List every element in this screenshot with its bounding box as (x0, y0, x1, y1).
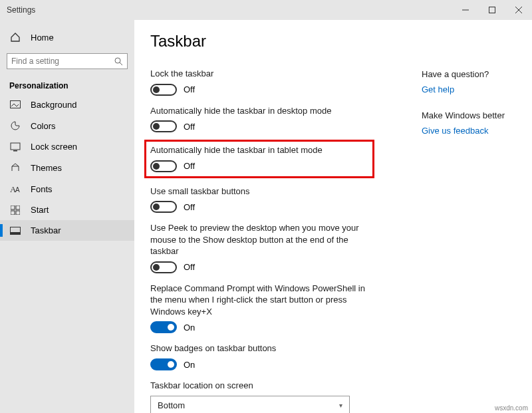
sidebar-item-label: Start (31, 205, 49, 215)
feedback-heading: Make Windows better (422, 110, 515, 120)
window-buttons (452, 0, 532, 20)
dropdown-taskbar-location[interactable]: Bottom ▾ (150, 396, 350, 413)
toggle-small-buttons[interactable] (150, 201, 177, 213)
sidebar-item-label: Fonts (31, 184, 53, 194)
svg-rect-12 (16, 206, 20, 209)
watermark: wsxdn.com (495, 404, 528, 412)
toggle-state: On (184, 360, 195, 370)
main-panel: Taskbar Lock the taskbar Off Automatical… (134, 20, 532, 413)
start-icon (9, 206, 21, 215)
search-box[interactable] (7, 53, 128, 69)
svg-rect-8 (13, 150, 17, 152)
setting-label: Automatically hide the taskbar in deskto… (150, 105, 376, 117)
setting-small-buttons: Use small taskbar buttons Off (150, 186, 376, 213)
maximize-icon (489, 7, 495, 13)
toggle-autohide-tablet[interactable] (150, 160, 177, 172)
toggle-state: Off (184, 161, 195, 171)
svg-rect-1 (489, 7, 495, 13)
sidebar-item-taskbar[interactable]: Taskbar (0, 220, 134, 241)
svg-rect-16 (11, 232, 21, 235)
sidebar-item-lockscreen[interactable]: Lock screen (0, 136, 134, 157)
svg-text:A: A (15, 186, 20, 194)
toggle-badges[interactable] (150, 358, 177, 370)
svg-line-5 (120, 63, 122, 65)
setting-label: Lock the taskbar (150, 68, 376, 80)
setting-label: Taskbar location on screen (150, 380, 376, 392)
get-help-link[interactable]: Get help (422, 84, 515, 94)
setting-label: Automatically hide the taskbar in tablet… (150, 144, 368, 156)
close-icon (515, 7, 522, 13)
setting-lock-taskbar: Lock the taskbar Off (150, 68, 376, 96)
toggle-state: Off (184, 262, 195, 272)
svg-rect-11 (11, 206, 15, 209)
setting-label: Show badges on taskbar buttons (150, 343, 376, 354)
fonts-icon: AA (9, 184, 21, 194)
sidebar-item-background[interactable]: Background (0, 94, 134, 115)
sidebar-item-start[interactable]: Start (0, 200, 134, 220)
toggle-peek[interactable] (150, 261, 177, 273)
question-heading: Have a question? (422, 69, 515, 79)
toggle-autohide-desktop[interactable] (150, 120, 177, 132)
minimize-icon (462, 7, 469, 13)
setting-label: Replace Command Prompt with Windows Powe… (150, 283, 376, 318)
sidebar: Home Personalization Background Colors L… (0, 20, 134, 413)
dropdown-value: Bottom (158, 400, 185, 410)
minimize-button[interactable] (452, 0, 479, 20)
section-header: Personalization (0, 74, 134, 94)
lockscreen-icon (9, 142, 21, 152)
sidebar-item-label: Colors (31, 121, 56, 131)
svg-rect-7 (11, 143, 20, 150)
setting-label: Use small taskbar buttons (150, 186, 376, 198)
setting-powershell: Replace Command Prompt with Windows Powe… (150, 283, 376, 334)
svg-point-4 (115, 58, 120, 63)
svg-rect-6 (11, 100, 21, 108)
sidebar-item-colors[interactable]: Colors (0, 115, 134, 136)
toggle-state: Off (184, 84, 195, 94)
themes-icon (9, 162, 21, 173)
setting-autohide-desktop: Automatically hide the taskbar in deskto… (150, 105, 376, 133)
titlebar: Settings (0, 0, 532, 20)
close-button[interactable] (505, 0, 532, 20)
setting-peek: Use Peek to preview the desktop when you… (150, 222, 376, 273)
sidebar-item-label: Background (31, 100, 76, 110)
sidebar-item-themes[interactable]: Themes (0, 157, 134, 178)
toggle-state: On (184, 323, 195, 333)
chevron-down-icon: ▾ (339, 402, 342, 409)
search-input[interactable] (11, 57, 114, 66)
colors-icon (9, 120, 21, 131)
setting-taskbar-location: Taskbar location on screen Bottom ▾ (150, 380, 376, 413)
window-title: Settings (7, 5, 35, 15)
setting-badges: Show badges on taskbar buttons On (150, 343, 376, 370)
setting-label: Use Peek to preview the desktop when you… (150, 222, 376, 257)
svg-rect-13 (11, 211, 15, 215)
home-icon (9, 32, 21, 43)
taskbar-icon (9, 227, 21, 235)
sidebar-item-label: Taskbar (31, 225, 61, 235)
setting-autohide-tablet: Automatically hide the taskbar in tablet… (146, 142, 372, 176)
search-icon (114, 57, 123, 66)
sidebar-item-fonts[interactable]: AA Fonts (0, 178, 134, 200)
svg-rect-14 (16, 211, 20, 215)
sidebar-item-label: Lock screen (31, 142, 77, 152)
maximize-button[interactable] (479, 0, 505, 20)
sidebar-item-label: Themes (31, 163, 62, 173)
background-icon (9, 100, 21, 110)
toggle-powershell[interactable] (150, 321, 177, 333)
home-nav[interactable]: Home (0, 27, 134, 48)
toggle-state: Off (184, 122, 195, 132)
right-column: Have a question? Get help Make Windows b… (422, 69, 515, 152)
page-title: Taskbar (150, 32, 516, 51)
feedback-link[interactable]: Give us feedback (422, 126, 515, 136)
toggle-state: Off (184, 202, 195, 212)
home-label: Home (31, 33, 54, 43)
toggle-lock-taskbar[interactable] (150, 84, 177, 96)
